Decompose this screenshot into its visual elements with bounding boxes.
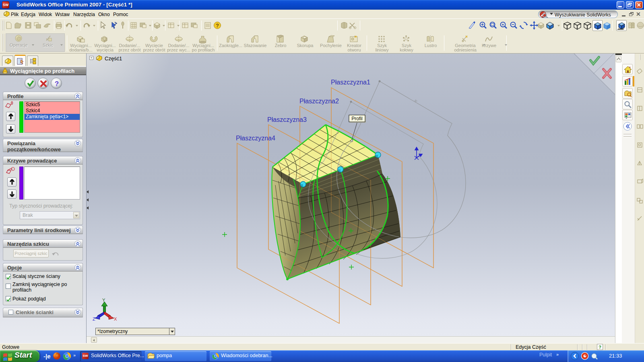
svg-text:Płaszczyzna1: Płaszczyzna1 [331, 79, 370, 86]
svg-text:X: X [114, 317, 117, 321]
svg-text:0: 0 [11, 101, 13, 105]
svg-text:Płaszczyzna2: Płaszczyzna2 [299, 98, 339, 105]
svg-text:Y: Y [102, 298, 105, 302]
svg-text:1: 1 [502, 23, 504, 27]
svg-text:?: ? [216, 23, 219, 29]
svg-text:-|e: -|e [43, 353, 51, 360]
svg-text:Płaszczyzna4: Płaszczyzna4 [236, 135, 275, 142]
svg-text:?: ? [55, 80, 59, 88]
svg-text:Płaszczyzna3: Płaszczyzna3 [267, 116, 307, 123]
svg-text:Z: Z [93, 317, 95, 321]
svg-text:Profil: Profil [351, 116, 362, 121]
